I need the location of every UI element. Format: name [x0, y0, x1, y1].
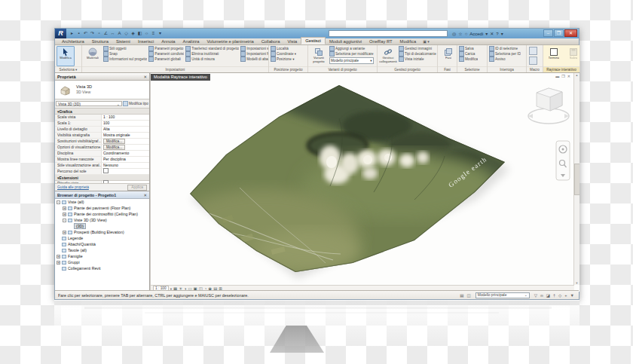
- print-icon[interactable]: ▫: [96, 29, 102, 38]
- default-3d-view-icon[interactable]: ◈: [130, 29, 136, 38]
- ribbon-button-carica[interactable]: Carica: [459, 51, 478, 57]
- ribbon-button-modifica[interactable]: Modifica: [459, 57, 478, 62]
- tab-annota[interactable]: Annota: [157, 38, 179, 44]
- expand-icon[interactable]: +: [63, 213, 66, 216]
- drag-on-selection-icon[interactable]: +: [564, 293, 567, 298]
- undo-icon[interactable]: ↶: [82, 29, 89, 38]
- sign-in-caret-icon[interactable]: ▾: [485, 31, 488, 36]
- tab-overflow-icon[interactable]: ▣ ▾: [423, 38, 430, 44]
- project-browser-close-icon[interactable]: ✕: [143, 193, 147, 197]
- tree-item-3d[interactable]: {3D}: [55, 223, 149, 229]
- render-icon[interactable]: ☼: [143, 29, 150, 38]
- tree-item-gruppi[interactable]: +Gruppi: [55, 259, 149, 265]
- vertical-scrollbar[interactable]: ▴ ▾: [573, 73, 579, 285]
- scroll-up-icon[interactable]: ▴: [576, 73, 577, 77]
- macro-security-icon[interactable]: [529, 57, 537, 65]
- ribbon-button-parametri-progetto[interactable]: Parametri progetto: [148, 46, 184, 51]
- view-restore-icon[interactable]: ❐: [561, 74, 564, 78]
- ribbon-panel-label-seleziona[interactable]: Seleziona ▾: [55, 66, 81, 72]
- ribbon-button-impostazioni-mep[interactable]: Impostazioni MEP ▾: [240, 51, 268, 57]
- tree-item-piante-dei-pavimenti-floor-plan[interactable]: +Piante dei pavimenti (Floor Plan): [55, 205, 149, 211]
- tab-sistemi[interactable]: Sistemi: [112, 38, 134, 44]
- application-menu-button[interactable]: R: [55, 29, 66, 38]
- tab-volumetrie-e-planimetria[interactable]: Volumetrie e planimetria: [203, 38, 257, 44]
- checkbox-icon[interactable]: [103, 168, 109, 173]
- worksets-icon[interactable]: ▤: [460, 293, 463, 298]
- drawing-area[interactable]: Modalità Raytrace interattivo ▬ ❐ ✕: [150, 73, 579, 292]
- tab-architettura[interactable]: Architettura: [58, 38, 88, 44]
- tree-item-collegamenti-revit[interactable]: Collegamenti Revit: [55, 265, 149, 271]
- ribbon-panel-label-impostazioni[interactable]: Impostazioni: [82, 66, 268, 72]
- macro-manager-icon[interactable]: [529, 47, 537, 55]
- ribbon-panel-label-raytrace[interactable]: Raytrace interattivo: [543, 66, 579, 72]
- ribbon-panel-label-macro[interactable]: Macro: [527, 66, 543, 72]
- ribbon-button-posizione[interactable]: Posizione ▾: [271, 57, 296, 62]
- properties-help-link[interactable]: Guida alle proprietà: [57, 185, 89, 189]
- property-group-grafica[interactable]: ▾ Grafica: [55, 109, 149, 115]
- ribbon-button-stili-oggetti[interactable]: Stili oggetti: [103, 46, 147, 51]
- select-links-icon[interactable]: ∞: [540, 293, 543, 298]
- ribbon-panel-label-interroga[interactable]: Interroga: [488, 66, 526, 72]
- tree-item-abachi-quantit[interactable]: Abachi/Quantità: [55, 241, 149, 247]
- ribbon-button-materiali[interactable]: Materiali: [84, 46, 102, 66]
- tree-item-famiglie[interactable]: +Famiglie: [55, 253, 149, 259]
- properties-close-icon[interactable]: ✕: [143, 75, 147, 79]
- expand-icon[interactable]: +: [63, 206, 66, 210]
- tab-collabora[interactable]: Collabora: [258, 38, 284, 44]
- favorites-icon[interactable]: ☆: [458, 31, 462, 36]
- ribbon-button-seleziona-per-id[interactable]: Seleziona per ID: [489, 51, 521, 57]
- dropdown-modello-principale[interactable]: Modello principale▾: [329, 57, 374, 64]
- design-option-dropdown[interactable]: Modello principale ⌄: [476, 292, 530, 298]
- sign-in-user-icon[interactable]: ○: [465, 32, 468, 36]
- help-icon[interactable]: ?: [496, 32, 498, 36]
- tab-oneray-rt[interactable]: OneRay RT: [365, 38, 396, 44]
- collapse-icon[interactable]: -: [57, 200, 60, 204]
- apply-button[interactable]: Applica: [127, 185, 147, 191]
- view-cube[interactable]: [528, 88, 569, 124]
- tab-inserisci[interactable]: Inserisci: [134, 38, 157, 44]
- aligned-dimension-icon[interactable]: ↔: [109, 29, 116, 38]
- view-minimize-icon[interactable]: ▬: [555, 74, 559, 78]
- redo-icon[interactable]: ↷: [89, 29, 96, 38]
- measure-icon[interactable]: ∠: [102, 29, 109, 38]
- ribbon-button-coordinate[interactable]: Coordinate ▾: [271, 51, 296, 57]
- ribbon-button-elimina-inutilizzati[interactable]: Elimina inutilizzati: [185, 51, 239, 57]
- tree-item-viste-all[interactable]: -Viste (all): [55, 199, 149, 205]
- ribbon-button-impostazioni-strutturali[interactable]: Impostazioni strutturali ▾: [240, 46, 268, 51]
- text-note-icon[interactable]: A: [116, 29, 123, 38]
- edit-type-button[interactable]: Modifica tipo: [123, 101, 148, 106]
- tab-analizza[interactable]: Analizza: [179, 38, 203, 44]
- ribbon-button-localit[interactable]: Località: [271, 46, 296, 51]
- ribbon-button-aggiungi-a-variante[interactable]: Aggiungi a variante: [329, 46, 374, 51]
- tag-icon[interactable]: ◇: [123, 29, 130, 38]
- editable-only-icon[interactable]: ◫: [466, 293, 470, 298]
- scroll-thumb[interactable]: [574, 164, 580, 195]
- ribbon-button-avviso[interactable]: Avviso: [489, 57, 521, 62]
- ribbon-button-fasi[interactable]: Fasi: [439, 46, 457, 66]
- tree-item-piante-dei-controsoffitti-ceiling-plan[interactable]: +Piante dei controsoffitti (Ceiling Plan…: [55, 211, 149, 217]
- scroll-down-icon[interactable]: ▾: [576, 281, 577, 285]
- view-close-icon[interactable]: ✕: [567, 74, 570, 78]
- type-selector-dropdown[interactable]: Vista 3D (3D) ⌄: [56, 101, 122, 106]
- minimize-button[interactable]: –: [543, 29, 553, 37]
- search-go-icon[interactable]: ◎: [452, 31, 456, 36]
- ribbon-button-informazioni-sul-progetto[interactable]: Informazioni sul progetto: [103, 57, 147, 62]
- ribbon-button-parametri-condivisi[interactable]: Parametri condivisi: [148, 51, 184, 57]
- ribbon-panel-label-posizione-progetto[interactable]: Posizione progetto: [269, 66, 307, 72]
- ribbon-button-salva[interactable]: Salva: [564, 46, 579, 66]
- ribbon-button-gestisci-immagini[interactable]: Gestisci immagini: [399, 46, 436, 51]
- ribbon-panel-label-gestisci-progetto[interactable]: Gestisci progetto: [378, 66, 437, 72]
- ribbon-button-gestisci-collegamenti[interactable]: Gestisci collegamenti: [379, 46, 397, 66]
- tree-item-prospetti-building-elevation[interactable]: +Prospetti (Building Elevation): [55, 229, 149, 235]
- terrain-3d-model[interactable]: Google earth: [151, 73, 574, 285]
- section-icon[interactable]: ◧: [136, 29, 143, 38]
- tab-moduli-aggiuntivi[interactable]: Moduli aggiuntivi: [326, 38, 365, 44]
- open-icon[interactable]: ▸: [69, 29, 75, 38]
- select-face-icon[interactable]: ◇: [558, 293, 561, 298]
- ribbon-button-termina[interactable]: Termina: [545, 46, 563, 66]
- ribbon-button-modifica[interactable]: Modifica: [57, 46, 75, 66]
- select-pinned-icon[interactable]: †: [553, 293, 555, 298]
- filter-count-icon[interactable]: ▼: [570, 293, 574, 298]
- save-icon[interactable]: ▪: [75, 29, 82, 38]
- ribbon-button-trasferisci-standard-di-progetto[interactable]: Trasferisci standard di progetto: [185, 46, 239, 51]
